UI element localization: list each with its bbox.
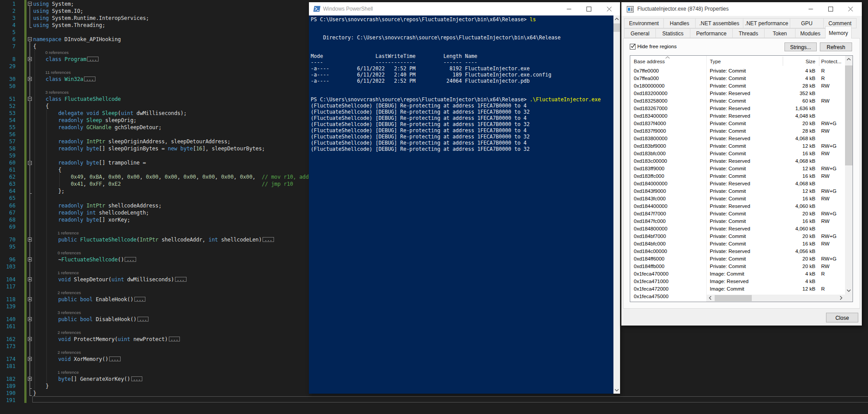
table-row[interactable]: 0xd1843fc000Private: Commit16 kBRW [630, 195, 845, 203]
fold-collapse-icon[interactable] [28, 2, 32, 6]
table-row[interactable]: 0xd184800000Private: Reserved4,060 kB [630, 225, 845, 233]
close-dialog-button[interactable]: Close [826, 313, 858, 322]
refresh-button[interactable]: Refresh [820, 42, 852, 51]
table-row[interactable]: 0xd183c00000Private: Reserved4,068 kB [630, 157, 845, 165]
tab--net-assemblies[interactable]: .NET assemblies [695, 18, 743, 28]
column-header-size[interactable]: Size [780, 56, 815, 67]
tab-statistics[interactable]: Statistics [655, 28, 690, 38]
table-row[interactable]: 0xd1847f7000Private: Commit20 kBRW+G [630, 210, 845, 218]
table-row[interactable]: 0x7ffea000Private: Commit4 kBR [630, 75, 845, 82]
collapsed-region-box[interactable]: ... [131, 376, 143, 381]
fold-expand-icon[interactable] [28, 377, 32, 381]
scrollbar-thumb[interactable] [715, 295, 752, 301]
collapsed-region-box[interactable]: ... [84, 77, 95, 81]
close-button[interactable] [841, 2, 860, 15]
table-vertical-scrollbar[interactable] [845, 56, 853, 302]
properties-titlebar[interactable]: FluctuateInjector.exe (8748) Properties [621, 2, 862, 16]
table-row[interactable]: 0xd183ff9000Private: Commit12 kBRW+G [630, 165, 845, 172]
codelens-references[interactable]: 1 reference [57, 370, 79, 376]
tab-environment[interactable]: Environment [624, 18, 664, 28]
scroll-up-arrow-icon[interactable] [845, 56, 853, 63]
maximize-button[interactable] [579, 2, 599, 15]
codelens-references[interactable]: 2 references [57, 290, 81, 296]
column-header-type[interactable]: Type [710, 56, 778, 67]
fold-expand-icon[interactable] [28, 277, 32, 281]
codelens-references[interactable]: 1 reference [57, 230, 79, 236]
codelens-references[interactable]: 11 references [46, 70, 71, 76]
fold-expand-icon[interactable] [28, 357, 32, 361]
fold-expand-icon[interactable] [28, 57, 32, 61]
collapsed-region-box[interactable]: ... [125, 257, 136, 262]
tab-performance[interactable]: Performance [690, 28, 733, 38]
tab-handles[interactable]: Handles [663, 18, 696, 28]
table-row[interactable]: 0xd184400000Private: Reserved4,060 kB [630, 203, 845, 210]
table-row[interactable]: 0x7ffe0000Private: Commit4 kBR [630, 67, 845, 75]
table-row[interactable]: 0xd183267000Private: Reserved1,636 kB [630, 105, 845, 112]
tab--net-performance[interactable]: .NET performance [743, 18, 790, 28]
table-row[interactable]: 0xd183800000Private: Reserved4,068 kB [630, 135, 845, 142]
hide-free-regions-label[interactable]: Hide free regions [637, 42, 677, 51]
fold-expand-icon[interactable] [28, 77, 32, 81]
table-row[interactable]: 0xd184bf7000Private: Commit20 kBRW+G [630, 233, 845, 240]
table-row[interactable]: 0x180000000Private: Commit28 kBRW [630, 82, 845, 90]
console-output[interactable]: PS C:\Users\snovvcrash\source\repos\Fluc… [309, 15, 613, 394]
tab-memory[interactable]: Memory [825, 26, 852, 38]
fold-expand-icon[interactable] [28, 337, 32, 341]
scroll-right-arrow-icon[interactable] [838, 295, 844, 303]
collapsed-region-box[interactable]: ... [87, 57, 99, 61]
table-row[interactable]: 0x1feca470000Image: Commit4 kBR [630, 270, 845, 278]
table-row[interactable]: 0xd183200000Private: Reserved352 kB [630, 90, 845, 97]
codelens-references[interactable]: 3 references [57, 310, 81, 316]
table-row[interactable]: 0xd1843f9000Private: Commit12 kBRW+G [630, 188, 845, 195]
tab-modules[interactable]: Modules [795, 28, 826, 38]
table-row[interactable]: 0x1feca472000Image: Commit12 kBR [630, 285, 845, 293]
fold-collapse-icon[interactable] [28, 97, 32, 101]
hide-free-regions-checkbox[interactable] [630, 44, 636, 50]
codelens-references[interactable]: 2 references [57, 330, 81, 336]
table-horizontal-scrollbar[interactable] [706, 295, 845, 302]
collapsed-region-box[interactable]: ... [263, 237, 274, 242]
fold-expand-icon[interactable] [28, 238, 32, 242]
table-row[interactable]: 0xd183bf9000Private: Commit12 kBRW+G [630, 142, 845, 150]
scrollbar-thumb[interactable] [845, 65, 853, 165]
fold-collapse-icon[interactable] [28, 37, 32, 41]
scroll-down-arrow-icon[interactable] [845, 287, 853, 294]
maximize-button[interactable] [821, 2, 841, 15]
column-header-protect-[interactable]: Protect... [821, 56, 845, 67]
table-row[interactable]: 0xd183258000Private: Commit60 kBRW [630, 97, 845, 105]
codelens-references[interactable]: 3 references [46, 90, 69, 96]
tab-token[interactable]: Token [764, 28, 796, 38]
minimize-button[interactable] [801, 2, 821, 15]
scroll-down-arrow-icon[interactable] [613, 386, 620, 394]
fold-collapse-icon[interactable] [28, 161, 32, 165]
close-button[interactable] [599, 2, 619, 15]
fold-expand-icon[interactable] [28, 297, 32, 301]
fold-expand-icon[interactable] [28, 257, 32, 261]
fold-expand-icon[interactable] [28, 317, 32, 321]
console-scrollbar[interactable] [613, 15, 620, 394]
codelens-references[interactable]: 1 reference [57, 270, 79, 276]
table-row[interactable]: 0xd184ffb000Private: Commit20 kBRW [630, 263, 845, 270]
table-row[interactable]: 0xd1847fc000Private: Commit16 kBRW [630, 218, 845, 225]
table-row[interactable]: 0x1feca471000Image: Reserved4 kB [630, 278, 845, 285]
table-row[interactable]: 0xd183ffc000Private: Commit16 kBRW [630, 172, 845, 180]
tab-gpu[interactable]: GPU [790, 18, 824, 28]
scroll-left-arrow-icon[interactable] [707, 295, 714, 303]
collapsed-region-box[interactable]: ... [134, 297, 146, 302]
collapsed-region-box[interactable]: ... [109, 356, 121, 361]
table-row[interactable]: 0xd183bfc000Private: Commit16 kBRW [630, 150, 845, 157]
collapsed-region-box[interactable]: ... [137, 317, 149, 322]
table-row[interactable]: 0xd184ff6000Private: Commit20 kBRW+G [630, 255, 845, 263]
scrollbar-thumb[interactable] [613, 23, 620, 32]
minimize-button[interactable] [559, 2, 579, 15]
table-row[interactable]: 0xd184000000Private: Reserved4,068 kB [630, 180, 845, 188]
codelens-references[interactable]: 0 references [46, 50, 69, 56]
table-row[interactable]: 0xd1837f4000Private: Commit20 kBRW+G [630, 120, 845, 127]
tab-threads[interactable]: Threads [732, 28, 765, 38]
strings-button[interactable]: Strings... [784, 42, 817, 51]
collapsed-region-box[interactable]: ... [175, 277, 187, 282]
tab-general[interactable]: General [624, 28, 656, 38]
table-row[interactable]: 0xd1837f9000Private: Commit28 kBRW [630, 127, 845, 135]
powershell-titlebar[interactable]: Windows PowerShell [309, 2, 620, 15]
codelens-references[interactable]: 0 references [57, 250, 81, 256]
